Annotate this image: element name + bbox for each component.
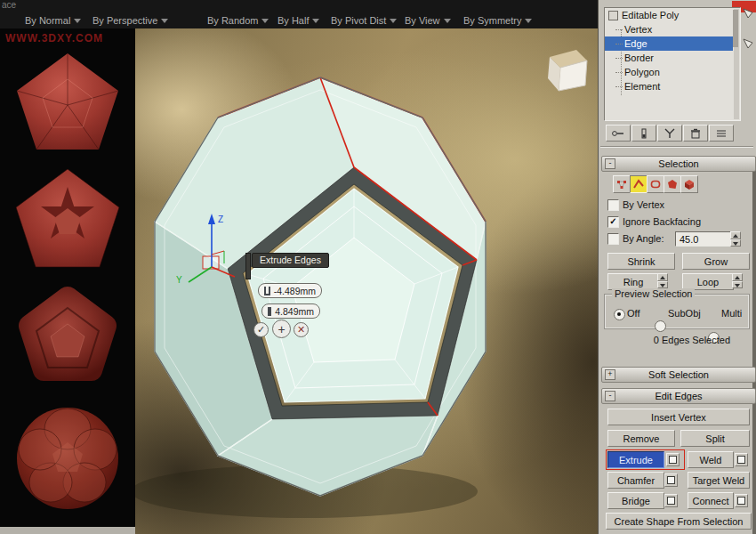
by-angle-field[interactable]: 45.0 bbox=[675, 231, 734, 247]
make-unique-icon bbox=[663, 128, 677, 139]
remove-modifier-button[interactable] bbox=[683, 125, 708, 142]
menu-by-half[interactable]: By Half bbox=[277, 15, 319, 26]
caddy-handle[interactable] bbox=[245, 253, 251, 279]
stack-item-editable-poly[interactable]: Editable Poly bbox=[605, 8, 740, 22]
render-thumbnail-faceted-pentagon bbox=[0, 48, 135, 158]
pin-arrow-icon-2[interactable] bbox=[742, 37, 754, 50]
menu-by-perspective[interactable]: By Perspective bbox=[92, 15, 168, 26]
command-panel: Editable Poly Vertex Edge Border Polygon… bbox=[598, 0, 756, 534]
panel-divider bbox=[600, 146, 753, 148]
edge-mode-button-active[interactable] bbox=[630, 175, 647, 193]
settings-window-icon bbox=[737, 456, 745, 464]
extrude-height-value: -4.489mm bbox=[274, 286, 316, 296]
vertex-icon bbox=[615, 178, 628, 190]
dropdown-caret-icon bbox=[161, 19, 168, 23]
target-weld-button[interactable]: Target Weld bbox=[688, 472, 750, 489]
stack-item-edge-selected[interactable]: Edge bbox=[605, 36, 733, 51]
show-end-result-button[interactable] bbox=[631, 125, 656, 142]
extrude-width-value: 4.849mm bbox=[275, 306, 314, 317]
modifier-stack[interactable]: Editable Poly Vertex Edge Border Polygon… bbox=[604, 7, 741, 121]
bridge-button[interactable]: Bridge bbox=[607, 492, 664, 509]
weld-settings-button[interactable] bbox=[735, 453, 748, 466]
extrude-settings-button[interactable] bbox=[666, 453, 680, 466]
menu-by-view[interactable]: By View bbox=[405, 15, 451, 26]
dodecahedron-model[interactable]: Z Y bbox=[135, 28, 598, 534]
polygon-mode-button[interactable] bbox=[664, 175, 681, 193]
rollout-state-icon: + bbox=[605, 369, 615, 380]
settings-window-icon bbox=[667, 497, 675, 505]
stack-item-polygon[interactable]: Polygon bbox=[605, 65, 740, 79]
preview-off-label: Off bbox=[627, 308, 639, 319]
stack-item-border[interactable]: Border bbox=[605, 51, 740, 65]
shrink-button[interactable]: Shrink bbox=[607, 253, 675, 270]
watermark-text: WWW.3DXY.COM bbox=[5, 32, 103, 44]
menu-by-random[interactable]: By Random bbox=[207, 15, 269, 26]
menu-by-symmetry[interactable]: By Symmetry bbox=[463, 15, 532, 26]
make-unique-button[interactable] bbox=[657, 125, 682, 142]
stack-item-vertex[interactable]: Vertex bbox=[605, 22, 740, 36]
connect-button[interactable]: Connect bbox=[688, 492, 734, 509]
perspective-viewport[interactable]: Z Y Extrude Edges -4.489mm 4.849mm ✓ + ✕ bbox=[135, 28, 598, 534]
faceted-pentagon-image bbox=[11, 48, 125, 158]
chamfer-settings-button[interactable] bbox=[664, 473, 678, 487]
preview-multi-label: Multi bbox=[721, 308, 742, 319]
preview-subobj-radio[interactable] bbox=[655, 320, 666, 332]
insert-vertex-button[interactable]: Insert Vertex bbox=[607, 409, 750, 425]
connect-settings-button[interactable] bbox=[735, 494, 748, 507]
ring-spinner[interactable] bbox=[657, 273, 668, 288]
extrude-width-field[interactable]: 4.849mm bbox=[261, 303, 320, 319]
rollout-state-icon: - bbox=[605, 158, 615, 169]
rollout-state-icon: - bbox=[605, 391, 615, 401]
stack-scrollbar[interactable] bbox=[734, 9, 739, 119]
vertex-mode-button[interactable] bbox=[613, 175, 631, 193]
preview-subobj-label: SubObj bbox=[668, 308, 701, 319]
split-button[interactable]: Split bbox=[680, 430, 750, 447]
rollout-edit-edges[interactable]: - Edit Edges bbox=[601, 388, 756, 404]
dropdown-caret-icon bbox=[312, 19, 319, 23]
dropdown-caret-icon bbox=[525, 19, 532, 23]
weld-button[interactable]: Weld bbox=[688, 451, 734, 468]
bridge-settings-button[interactable] bbox=[664, 494, 678, 507]
spinner-down-icon[interactable] bbox=[730, 239, 741, 247]
panel-scrollbar[interactable] bbox=[752, 157, 756, 534]
configure-modifier-sets-button[interactable] bbox=[709, 125, 734, 142]
border-mode-button[interactable] bbox=[647, 175, 664, 193]
pin-stack-icon bbox=[611, 128, 625, 139]
element-mode-button[interactable] bbox=[680, 175, 698, 193]
stack-item-element[interactable]: Element bbox=[605, 79, 740, 93]
spinner-up-icon[interactable] bbox=[730, 231, 741, 239]
caddy-cancel-button[interactable]: ✕ bbox=[294, 322, 309, 337]
caddy-ok-button[interactable]: ✓ bbox=[253, 322, 269, 337]
preview-off-radio-selected[interactable] bbox=[614, 309, 625, 320]
extrude-button-active[interactable]: Extrude bbox=[607, 451, 664, 468]
pin-stack-button[interactable] bbox=[606, 125, 631, 142]
ignore-backfacing-checkbox-checked[interactable]: ✓ bbox=[607, 216, 619, 228]
dropdown-caret-icon bbox=[444, 19, 451, 23]
rollout-soft-selection[interactable]: + Soft Selection bbox=[601, 367, 756, 383]
rollout-selection[interactable]: - Selection bbox=[601, 156, 756, 172]
menu-by-pivot-dist[interactable]: By Pivot Dist bbox=[331, 15, 397, 26]
selection-status: 0 Edges Selected bbox=[599, 335, 730, 345]
top-toolbar: ace By Normal By Perspective By Random B… bbox=[0, 0, 598, 29]
grow-button[interactable]: Grow bbox=[682, 253, 750, 270]
by-vertex-checkbox[interactable] bbox=[607, 199, 619, 211]
pin-arrow-icon[interactable] bbox=[742, 7, 754, 20]
remove-button[interactable]: Remove bbox=[607, 430, 675, 447]
caddy-apply-button[interactable]: + bbox=[272, 320, 291, 338]
edge-icon bbox=[632, 178, 645, 190]
inset-pentagon-image bbox=[10, 164, 125, 276]
by-angle-checkbox[interactable] bbox=[607, 233, 619, 245]
extrude-height-icon bbox=[264, 287, 270, 295]
loop-spinner[interactable] bbox=[732, 273, 743, 288]
gizmo-z-label: Z bbox=[218, 214, 223, 224]
dropdown-caret-icon bbox=[390, 19, 397, 23]
dropdown-caret-icon bbox=[261, 19, 269, 23]
create-shape-from-selection-button[interactable]: Create Shape From Selection bbox=[606, 513, 752, 530]
by-angle-spinner[interactable] bbox=[730, 231, 741, 247]
extrude-height-field[interactable]: -4.489mm bbox=[258, 283, 322, 298]
menu-by-normal[interactable]: By Normal bbox=[25, 15, 81, 26]
show-end-result-icon bbox=[637, 128, 651, 139]
horizontal-scrollbar[interactable] bbox=[0, 527, 135, 534]
chamfer-button[interactable]: Chamfer bbox=[607, 472, 664, 489]
dropdown-caret-icon bbox=[74, 19, 81, 23]
